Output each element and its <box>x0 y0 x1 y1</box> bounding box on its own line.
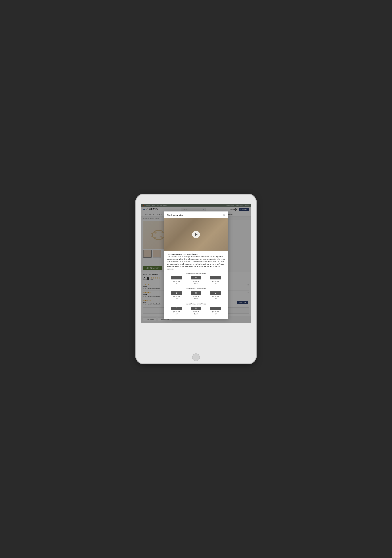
size-m-label-2: perim cm <box>186 295 206 297</box>
tablet-frame: 🇪🇸 Español Help See us in action Login/R… <box>136 195 256 363</box>
size-s-btn-1[interactable]: S <box>167 276 186 280</box>
instruction-text: Grab a piece of string or ribbon you can… <box>167 256 225 270</box>
size-l-btn-2[interactable]: L <box>206 291 225 295</box>
size-s-label-3: perim cm <box>167 310 186 313</box>
tablet-screen: 🇪🇸 Español Help See us in action Login/R… <box>141 204 251 323</box>
size-s-value-2: 14cm <box>167 297 186 300</box>
size-category-3: Mujer/Woman/Femme/Donna <box>167 303 225 305</box>
modal-video[interactable] <box>164 218 228 251</box>
modal-header: Find your size ✕ <box>164 211 228 218</box>
modal-close-button[interactable]: ✕ <box>223 214 225 217</box>
size-m-label-1: perim cm <box>186 280 206 282</box>
size-divider-1 <box>167 286 225 286</box>
size-category-2: Mujer/Woman/Femme/Donna <box>167 288 225 290</box>
size-s-value-1: 14cm <box>167 282 186 285</box>
modal-instruction: How to measure your wrist circumference:… <box>167 253 225 270</box>
find-size-modal: Find your size ✕ How to measure your wri… <box>164 211 228 319</box>
size-m-btn-1[interactable]: M <box>186 276 206 280</box>
size-m-value-2: 15cm <box>186 297 206 300</box>
size-divider-2 <box>167 301 225 301</box>
modal-body: How to measure your wrist circumference:… <box>164 251 228 319</box>
size-s-label-2: perim cm <box>167 295 186 297</box>
size-m-label-3: perim cm <box>186 310 206 313</box>
size-category-1: Mujer/Woman/Femme/Donna <box>167 273 225 274</box>
modal-title: Find your size <box>167 214 183 217</box>
size-table-2: S M L perim cm perim cm perim cm 14cm 15… <box>167 291 225 300</box>
size-l-value-3: 17cm <box>206 313 225 315</box>
size-s-btn-2[interactable]: S <box>167 291 186 295</box>
size-table-1: S M L perim cm perim cm perim cm 14cm 15… <box>167 276 225 285</box>
play-button[interactable] <box>192 231 200 238</box>
size-s-label-1: perim cm <box>167 280 186 282</box>
size-l-label-2: perim cm <box>206 295 225 297</box>
size-l-value-1: 17cm <box>206 282 225 285</box>
size-s-btn-3[interactable]: S <box>167 306 186 310</box>
size-l-label-3: perim cm <box>206 310 225 313</box>
home-button[interactable] <box>192 353 200 361</box>
size-m-btn-3[interactable]: M <box>186 306 206 310</box>
size-m-value-1: 15cm <box>186 282 206 285</box>
size-s-value-3: 14cm <box>167 313 186 315</box>
size-m-value-3: 15cm <box>186 313 206 315</box>
size-l-value-2: 17cm <box>206 297 225 300</box>
size-l-btn-1[interactable]: L <box>206 276 225 280</box>
instruction-title: How to measure your wrist circumference: <box>167 253 198 255</box>
size-l-btn-3[interactable]: L <box>206 306 225 310</box>
size-table-3: S M L perim cm perim cm perim cm 14cm 15… <box>167 306 225 315</box>
size-l-label-1: perim cm <box>206 280 225 282</box>
size-m-btn-2[interactable]: M <box>186 291 206 295</box>
